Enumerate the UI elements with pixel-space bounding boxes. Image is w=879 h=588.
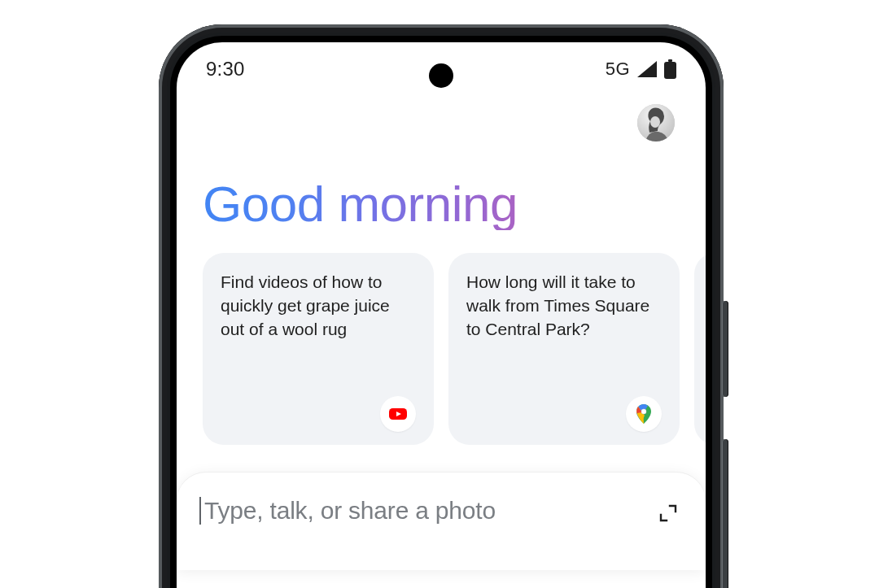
status-bar: 9:30 5G xyxy=(177,42,706,96)
phone-frame: 9:30 5G xyxy=(159,24,724,588)
suggestion-text: How long will it take to walk from Times… xyxy=(466,271,662,342)
status-network-label: 5G xyxy=(606,59,630,80)
battery-icon xyxy=(664,59,676,79)
google-maps-icon xyxy=(626,396,662,432)
hardware-volume-button xyxy=(722,439,728,588)
status-time: 9:30 xyxy=(206,58,245,81)
svg-rect-1 xyxy=(664,62,676,79)
account-avatar[interactable] xyxy=(637,104,675,142)
greeting-heading: Good morning xyxy=(203,177,680,230)
prompt-placeholder: Type, talk, or share a photo xyxy=(204,497,496,525)
prompt-input[interactable]: Type, talk, or share a photo xyxy=(199,497,654,525)
text-cursor xyxy=(199,497,201,525)
screen: 9:30 5G xyxy=(177,42,706,588)
suggestion-card[interactable]: How long will it take to walk from Times… xyxy=(448,253,680,445)
cellular-signal-icon xyxy=(636,60,658,78)
suggestion-carousel[interactable]: Find videos of how to quickly get grape … xyxy=(203,253,706,445)
hardware-power-button xyxy=(722,301,728,397)
youtube-icon xyxy=(380,396,416,432)
suggestion-card[interactable]: How long will it take to walk from Times… xyxy=(694,253,706,445)
input-bar[interactable]: Type, talk, or share a photo xyxy=(177,473,706,570)
svg-point-3 xyxy=(650,116,660,128)
expand-icon[interactable] xyxy=(654,499,683,528)
suggestion-card[interactable]: Find videos of how to quickly get grape … xyxy=(203,253,434,445)
svg-rect-0 xyxy=(668,59,672,62)
suggestion-text: Find videos of how to quickly get grape … xyxy=(221,271,416,342)
